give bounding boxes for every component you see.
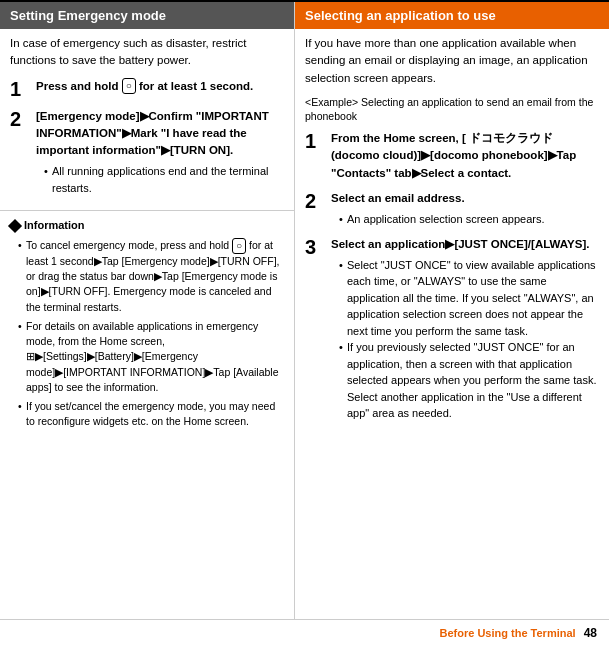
left-header: Setting Emergency mode (0, 2, 294, 29)
right-header-text: Selecting an application to use (305, 8, 496, 23)
step-2-bullet-1: All running applications end and the ter… (44, 163, 284, 196)
right-step-3-bullets: Select "JUST ONCE" to view available app… (331, 257, 599, 422)
right-step-2-bullets: An application selection screen appears. (331, 211, 599, 228)
footer-page: 48 (584, 626, 597, 640)
right-step-3-content: Select an application▶[JUST ONCE]/[ALWAY… (331, 236, 599, 422)
info-bullet-2: For details on available applications in… (18, 319, 284, 395)
right-step-3-bullet-2: If you previously selected "JUST ONCE" f… (339, 339, 599, 422)
step-2-bullets: All running applications end and the ter… (36, 163, 284, 196)
left-header-text: Setting Emergency mode (10, 8, 166, 23)
right-intro: If you have more than one application av… (305, 35, 599, 87)
power-icon: ○ (122, 78, 136, 94)
info-bullets: To cancel emergency mode, press and hold… (10, 238, 284, 430)
info-title-text: Information (24, 217, 85, 234)
right-step-2: 2 Select an email address. An applicatio… (305, 190, 599, 228)
step-number-2: 2 (10, 108, 32, 130)
right-step-3: 3 Select an application▶[JUST ONCE]/[ALW… (305, 236, 599, 422)
right-step-number-2: 2 (305, 190, 327, 212)
right-step-3-bullet-1: Select "JUST ONCE" to view available app… (339, 257, 599, 340)
main-content: Setting Emergency mode In case of emerge… (0, 0, 609, 619)
page: Setting Emergency mode In case of emerge… (0, 0, 609, 645)
power-icon-small: ○ (232, 238, 246, 254)
left-body: In case of emergency such as disaster, r… (0, 29, 294, 210)
example-label: <Example> (305, 96, 358, 108)
left-step-1: 1 Press and hold ○ for at least 1 second… (10, 78, 284, 100)
right-step-number-1: 1 (305, 130, 327, 152)
footer-label: Before Using the Terminal (440, 627, 576, 639)
diamond-icon (8, 218, 22, 232)
footer: Before Using the Terminal 48 (0, 619, 609, 645)
info-bullet-1: To cancel emergency mode, press and hold… (18, 238, 284, 315)
right-step-number-3: 3 (305, 236, 327, 258)
right-step-2-content: Select an email address. An application … (331, 190, 599, 228)
step-2-content: [Emergency mode]▶Confirm "IMPORTANT INFO… (36, 108, 284, 197)
info-title: Information (10, 217, 284, 234)
right-body: If you have more than one application av… (295, 29, 609, 436)
right-panel: Selecting an application to use If you h… (295, 2, 609, 619)
right-header: Selecting an application to use (295, 2, 609, 29)
step-1-before: Press and hold (36, 80, 122, 92)
info-bullet-3: If you set/cancel the emergency mode, yo… (18, 399, 284, 429)
right-step-3-text: Select an application▶[JUST ONCE]/[ALWAY… (331, 238, 589, 250)
right-step-1: 1 From the Home screen, [ ドコモクラウド (docom… (305, 130, 599, 182)
left-step-2: 2 [Emergency mode]▶Confirm "IMPORTANT IN… (10, 108, 284, 197)
right-step-2-text: Select an email address. (331, 192, 465, 204)
right-step-1-text: From the Home screen, [ ドコモクラウド (docomo … (331, 132, 576, 179)
step-number-1: 1 (10, 78, 32, 100)
right-step-2-bullet-1: An application selection screen appears. (339, 211, 599, 228)
left-intro: In case of emergency such as disaster, r… (10, 35, 284, 70)
step-1-after: for at least 1 second. (136, 80, 254, 92)
right-step-1-content: From the Home screen, [ ドコモクラウド (docomo … (331, 130, 599, 182)
step-2-text: [Emergency mode]▶Confirm "IMPORTANT INFO… (36, 110, 269, 157)
info-box: Information To cancel emergency mode, pr… (0, 210, 294, 439)
step-1-content: Press and hold ○ for at least 1 second. (36, 78, 284, 95)
left-panel: Setting Emergency mode In case of emerge… (0, 2, 295, 619)
example-line: <Example> Selecting an application to se… (305, 95, 599, 124)
